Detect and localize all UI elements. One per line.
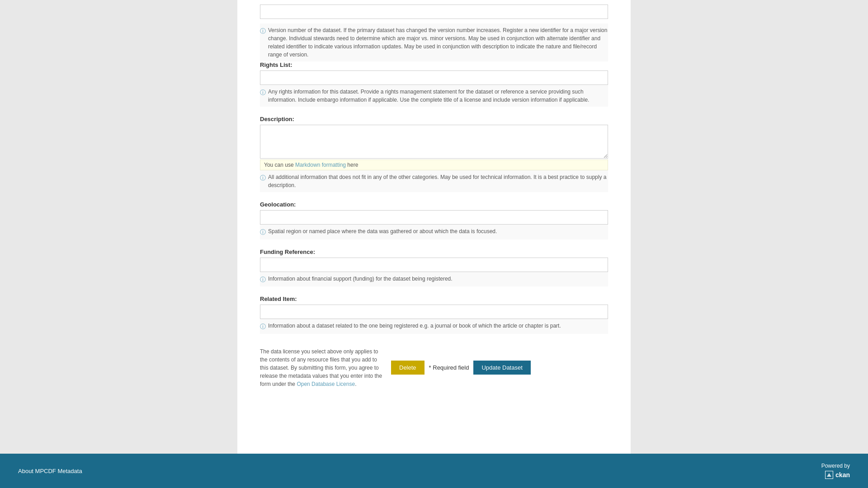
rights-list-info: ⓘ Any rights information for this datase…: [260, 85, 608, 107]
funding-reference-input[interactable]: [260, 258, 608, 272]
version-input-area: [260, 0, 608, 19]
geolocation-info-icon: ⓘ: [260, 228, 266, 237]
funding-reference-info-icon: ⓘ: [260, 275, 266, 284]
rights-list-label: Rights List:: [260, 61, 608, 68]
powered-by: Powered by ckan: [821, 463, 850, 479]
version-input[interactable]: [260, 5, 608, 19]
description-info: ⓘ All additional information that does n…: [260, 170, 608, 192]
related-item-input[interactable]: [260, 305, 608, 319]
markdown-hint: You can use Markdown formatting here: [260, 160, 608, 170]
funding-reference-label: Funding Reference:: [260, 249, 608, 255]
funding-reference-info-text: Information about financial support (fun…: [268, 275, 453, 283]
markdown-formatting-link[interactable]: Markdown formatting: [295, 162, 346, 168]
description-info-text: All additional information that does not…: [268, 173, 608, 189]
open-database-license-link[interactable]: Open Database License: [297, 381, 355, 387]
related-item-info-text: Information about a dataset related to t…: [268, 322, 561, 330]
version-info: ⓘ Version number of the dataset. If the …: [260, 23, 608, 61]
description-textarea[interactable]: [260, 125, 608, 159]
about-link[interactable]: About MPCDF Metadata: [18, 468, 82, 474]
ckan-svg-icon: [826, 471, 833, 479]
geolocation-section: Geolocation: ⓘ Spatial region or named p…: [260, 201, 608, 239]
required-field-text: * Required field: [429, 364, 469, 371]
geolocation-info: ⓘ Spatial region or named place where th…: [260, 225, 608, 239]
license-note: The data license you select above only a…: [260, 347, 387, 388]
geolocation-info-text: Spatial region or named place where the …: [268, 227, 497, 235]
geolocation-label: Geolocation:: [260, 201, 608, 208]
ckan-label-text: ckan: [835, 471, 850, 479]
description-section: Description: You can use Markdown format…: [260, 116, 608, 192]
description-info-icon: ⓘ: [260, 174, 266, 183]
license-period: .: [355, 381, 356, 387]
footer-actions: The data license you select above only a…: [260, 343, 608, 388]
ckan-logo: ckan: [825, 471, 850, 479]
related-item-label: Related Item:: [260, 296, 608, 302]
related-item-section: Related Item: ⓘ Information about a data…: [260, 296, 608, 334]
geolocation-input[interactable]: [260, 210, 608, 225]
funding-reference-section: Funding Reference: ⓘ Information about f…: [260, 249, 608, 287]
powered-by-label: Powered by: [821, 463, 850, 469]
related-item-info-icon: ⓘ: [260, 322, 266, 331]
markdown-after-text: here: [346, 162, 358, 168]
rights-list-info-text: Any rights information for this dataset.…: [268, 88, 608, 104]
rights-list-section: Rights List: ⓘ Any rights information fo…: [260, 61, 608, 107]
version-info-text: Version number of the dataset. If the pr…: [268, 26, 608, 59]
delete-button[interactable]: Delete: [391, 361, 425, 375]
update-dataset-button[interactable]: Update Dataset: [473, 361, 530, 375]
funding-reference-info: ⓘ Information about financial support (f…: [260, 272, 608, 287]
ckan-icon: [825, 471, 833, 479]
markdown-hint-text: You can use: [264, 162, 295, 168]
description-label: Description:: [260, 116, 608, 122]
related-item-info: ⓘ Information about a dataset related to…: [260, 319, 608, 334]
footer-bar: About MPCDF Metadata Powered by ckan: [0, 454, 868, 488]
rights-list-input[interactable]: [260, 70, 608, 85]
version-info-icon: ⓘ: [260, 27, 266, 36]
rights-list-info-icon: ⓘ: [260, 88, 266, 97]
